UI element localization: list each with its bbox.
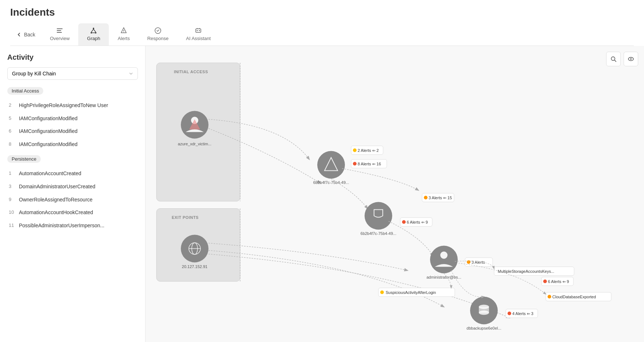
overview-icon: [56, 27, 63, 34]
back-label: Back: [24, 32, 35, 38]
header: Incidents Back Overview: [0, 0, 644, 46]
alert-dot-red-4: [508, 312, 511, 315]
graph-svg: INITIAL ACCESS azure_xdr_victim... EXIT …: [146, 46, 644, 342]
alert-text-4: 6 Alerts ⇐ 9: [407, 220, 428, 224]
nav-bar: Back Overview Graph: [10, 23, 634, 46]
app-container: Incidents Back Overview: [0, 0, 644, 342]
node-administrator[interactable]: administrator@bs...: [426, 246, 461, 279]
sidebar-title: Activity: [7, 53, 138, 62]
tab-alerts[interactable]: Alerts: [109, 23, 138, 46]
svg-point-20: [630, 58, 632, 60]
category-initial-access: Initial Access 2 HighPrivilegeRoleAssign…: [7, 87, 138, 151]
list-item[interactable]: 5 IAMConfigurationModified: [7, 112, 138, 125]
node-6b2b-shield-label: 6b2b4f7c-75b4-49...: [361, 231, 396, 236]
alert-text-2: 8 Alerts ⇐ 16: [358, 162, 381, 166]
graph-toolbar: [606, 52, 638, 66]
alert-text-3: 3 Alerts ⇐ 15: [429, 196, 452, 200]
list-item[interactable]: 8 IAMConfigurationModified: [7, 138, 138, 151]
svg-rect-0: [57, 28, 63, 29]
azure-xdr-label: azure_xdr_victim...: [178, 142, 211, 146]
svg-point-13: [197, 30, 198, 31]
eye-icon: [628, 56, 634, 62]
tab-overview[interactable]: Overview: [41, 23, 78, 46]
node-6b2b-shield[interactable]: 6b2b4f7c-75b4-49...: [361, 202, 396, 236]
svg-point-32: [440, 252, 448, 259]
tab-overview-label: Overview: [50, 36, 69, 41]
alert-dot-yellow-2: [380, 291, 384, 294]
ai-icon: [195, 27, 202, 34]
initial-access-label: INITIAL ACCESS: [174, 70, 208, 74]
svg-point-4: [91, 32, 92, 34]
alert-dot-orange-2: [467, 260, 470, 264]
suspicious-activity-label: SuspiciousActivityAfterLogin: [386, 290, 436, 295]
node-6b2b-top[interactable]: 6b2b4f7c-75b4-49...: [313, 151, 349, 185]
tab-graph[interactable]: Graph: [78, 23, 109, 46]
alert-text-1: 2 Alerts ⇐ 2: [358, 148, 379, 153]
alert-dot-red-3: [543, 280, 547, 283]
svg-point-14: [199, 30, 200, 31]
category-persistence: Persistence 1 AutomationAccountCreated 3…: [7, 155, 138, 232]
tab-response[interactable]: Response: [139, 23, 178, 46]
svg-point-28: [317, 151, 345, 179]
list-item[interactable]: 10 AutomationAccountHookCreated: [7, 206, 138, 219]
exit-points-label: EXIT POINTS: [172, 215, 199, 220]
search-button[interactable]: [606, 52, 621, 66]
svg-rect-12: [196, 29, 201, 32]
main-layout: Activity Group by Kill Chain Group by As…: [0, 46, 644, 342]
alert-text-5: 3 Alerts: [472, 260, 485, 264]
list-item[interactable]: 6 IAMConfigurationModified: [7, 125, 138, 138]
tab-ai-assistant-label: AI Assistant: [186, 36, 211, 41]
admin-label: administrator@bs...: [426, 275, 461, 279]
svg-point-36: [479, 311, 489, 315]
alerts-icon: [120, 27, 127, 34]
tab-alerts-label: Alerts: [118, 36, 130, 41]
page-title: Incidents: [10, 7, 634, 18]
alert-dot-yellow-1: [353, 149, 357, 152]
alert-dot-red-1: [353, 162, 357, 166]
node-6b2b-top-label: 6b2b4f7c-75b4-49...: [313, 180, 349, 185]
tab-response-label: Response: [147, 36, 169, 41]
alert-text-7: 4 Alerts ⇐ 3: [512, 311, 533, 316]
list-item[interactable]: 1 AutomationAccountCreated: [7, 167, 138, 180]
tab-ai-assistant[interactable]: AI Assistant: [177, 23, 219, 46]
response-icon: [154, 27, 162, 34]
graph-area[interactable]: INITIAL ACCESS azure_xdr_victim... EXIT …: [146, 46, 644, 342]
category-badge-initial-access: Initial Access: [7, 87, 43, 95]
svg-line-6: [91, 29, 94, 32]
graph-icon: [90, 27, 97, 34]
multiple-storage-label: MultipleStorageAccountsKeys...: [498, 269, 554, 274]
cloud-db-label: CloudDatabaseExported: [552, 295, 596, 299]
svg-point-30: [365, 202, 392, 230]
alert-text-6: 6 Alerts ⇐ 9: [548, 279, 569, 284]
alert-dot-red-2: [402, 220, 406, 224]
alert-dot-orange-3: [548, 295, 551, 299]
list-item[interactable]: 9 OwnerRoleAssignedToResource: [7, 193, 138, 207]
visibility-button[interactable]: [624, 52, 638, 66]
list-item[interactable]: 2 HighPrivilegeRoleAssignedToNew User: [7, 99, 138, 112]
svg-point-31: [430, 246, 458, 274]
alert-dot-orange-1: [424, 196, 428, 200]
edge-admin-db: [451, 271, 484, 297]
search-icon: [610, 56, 617, 62]
back-icon: [16, 32, 22, 38]
group-by-select[interactable]: Group by Kill Chain Group by Asset Group…: [7, 67, 138, 80]
exit-node-label: 20.127.152.91: [182, 264, 207, 269]
edge-exit2: [208, 251, 444, 307]
sidebar: Activity Group by Kill Chain Group by As…: [0, 46, 146, 342]
svg-line-18: [615, 60, 616, 62]
tab-graph-label: Graph: [87, 36, 100, 41]
svg-line-7: [94, 29, 96, 32]
node-dbbackup[interactable]: dbbackupse6e0el...: [466, 297, 501, 330]
list-item[interactable]: 3 DomainAdministratorUserCreated: [7, 180, 138, 193]
svg-point-5: [95, 32, 96, 34]
svg-point-3: [93, 28, 94, 29]
back-button[interactable]: Back: [10, 28, 41, 41]
category-badge-persistence: Persistence: [7, 155, 41, 163]
dbbackup-label: dbbackupse6e0el...: [466, 326, 501, 330]
list-item[interactable]: 11 PossibleAdministratorUserImperson...: [7, 219, 138, 232]
edge-exit3: [208, 254, 509, 318]
svg-point-10: [123, 32, 124, 32]
edge-mid2: [342, 169, 418, 190]
svg-rect-2: [57, 32, 62, 33]
svg-rect-1: [57, 30, 61, 31]
